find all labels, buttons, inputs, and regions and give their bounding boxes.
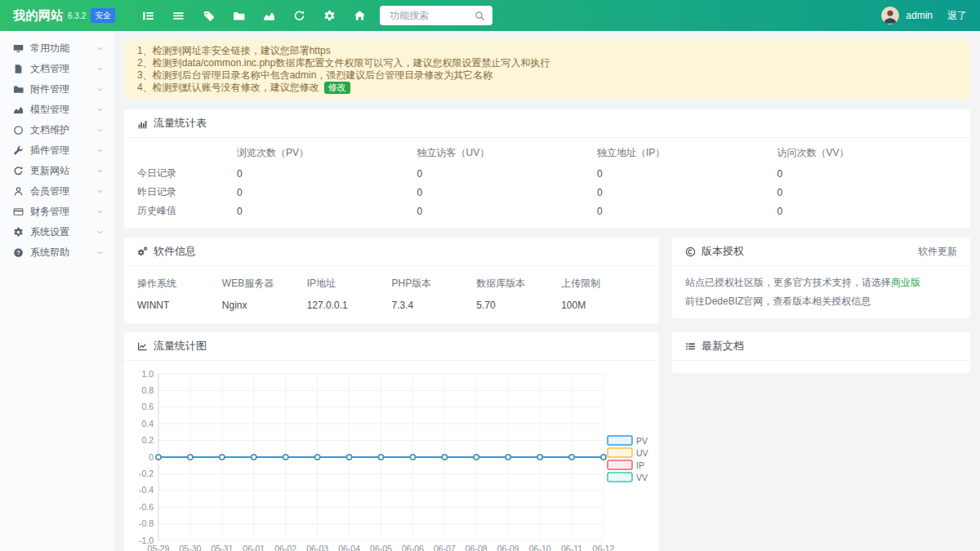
svg-text:PV: PV — [636, 436, 648, 446]
data-point-PV — [283, 455, 288, 460]
admin-dashboard: 我的网站 6.3.2 安全 admin 退了 常用功能文档管理附件管理模型管理文… — [0, 0, 980, 551]
sidebar-item-label: 常用功能 — [30, 42, 96, 56]
logout-link[interactable]: 退了 — [947, 9, 967, 23]
panel-title: 流量统计表 — [154, 116, 207, 131]
refresh-icon[interactable] — [284, 0, 314, 31]
x-tick-label: 06-04 — [338, 544, 360, 551]
y-tick-label: 0.8 — [141, 385, 154, 395]
gear-icon — [13, 227, 24, 238]
data-point-PV — [188, 455, 193, 460]
warning-line: 2、检测到data/common.inc.php数据库配置文件权限可以写入，建议… — [137, 57, 957, 69]
svg-text:IP: IP — [636, 460, 644, 470]
legend-item-UV[interactable]: UV — [608, 448, 648, 458]
sidebar-item-gear[interactable]: 系统设置 — [0, 222, 114, 242]
file-icon — [13, 64, 24, 74]
menu-icon[interactable] — [163, 0, 194, 31]
software-update-link[interactable]: 软件更新 — [918, 245, 957, 259]
username-label[interactable]: admin — [906, 10, 933, 21]
panel-header: 版本授权 软件更新 — [672, 238, 970, 266]
top-icon-menu — [133, 0, 375, 31]
y-tick-label: 1.0 — [141, 369, 154, 379]
software-field: 上传限制100M — [561, 277, 646, 311]
software-info-panel: 软件信息 操作系统WINNTWEB服务器NginxIP地址127.0.0.1PH… — [124, 238, 659, 323]
sidebar-item-card[interactable]: 财务管理 — [0, 202, 114, 222]
chart-icon[interactable] — [254, 0, 284, 31]
chevron-down-icon — [96, 188, 104, 195]
x-tick-label: 06-12 — [593, 544, 615, 551]
sidebar-item-monitor[interactable]: 常用功能 — [0, 38, 114, 59]
y-tick-label: 0.2 — [141, 435, 154, 445]
traffic-table-row: 昨日记录0000 — [137, 183, 957, 202]
field-label: WEB服务器 — [222, 277, 307, 291]
legend-item-PV[interactable]: PV — [608, 436, 648, 446]
search-input[interactable] — [388, 9, 474, 22]
sidebar-item-question[interactable]: 系统帮助 — [0, 242, 114, 263]
line-chart-icon — [137, 341, 148, 352]
traffic-value: 0 — [597, 206, 777, 217]
traffic-value: 0 — [777, 187, 958, 198]
version-label: 6.3.2 — [68, 11, 86, 20]
data-point-PV — [220, 455, 225, 460]
plugin-icon — [13, 145, 24, 156]
field-label: 操作系统 — [137, 277, 222, 291]
data-point-PV — [252, 455, 256, 460]
monitor-icon — [13, 43, 24, 54]
legend-item-IP[interactable]: IP — [608, 460, 644, 470]
circle-icon — [13, 125, 24, 136]
latest-docs-empty-body — [672, 361, 970, 373]
x-tick-label: 06-08 — [466, 544, 488, 551]
sidebar-item-file[interactable]: 文档管理 — [0, 59, 114, 79]
security-badge[interactable]: 安全 — [91, 8, 115, 23]
data-point-PV — [410, 455, 415, 460]
panel-title: 软件信息 — [154, 244, 196, 259]
latest-docs-panel: 最新文档 — [672, 332, 970, 373]
data-point-PV — [569, 455, 574, 460]
site-brand[interactable]: 我的网站 — [13, 8, 64, 24]
data-point-PV — [315, 455, 320, 460]
folder-icon[interactable] — [224, 0, 254, 31]
user-icon — [13, 186, 24, 197]
cogs-icon — [137, 247, 148, 257]
panel-header: 软件信息 — [124, 238, 659, 266]
sidebar-item-label: 模型管理 — [30, 103, 96, 117]
column-header: 访问次数（VV） — [777, 146, 958, 160]
list-icon — [685, 341, 696, 352]
panel-header: 最新文档 — [672, 332, 970, 361]
svg-text:UV: UV — [636, 448, 648, 458]
data-point-PV — [347, 455, 352, 460]
sidebar-item-user[interactable]: 会员管理 — [0, 181, 114, 202]
stream-icon[interactable] — [133, 0, 163, 31]
chevron-down-icon — [96, 167, 104, 175]
x-tick-label: 06-02 — [274, 544, 296, 551]
sidebar-item-chart[interactable]: 模型管理 — [0, 100, 114, 120]
sidebar-item-refresh[interactable]: 更新网站 — [0, 161, 114, 181]
tag-icon[interactable] — [194, 0, 224, 31]
license-line-1: 站点已授权社区版，更多官方技术支持，请选择商业版 — [685, 276, 957, 289]
traffic-value: 0 — [237, 187, 417, 198]
gear-icon[interactable] — [314, 0, 345, 31]
avatar[interactable] — [881, 7, 899, 24]
legend-item-VV[interactable]: VV — [608, 473, 648, 482]
traffic-value: 0 — [237, 168, 417, 180]
search-icon[interactable] — [474, 11, 485, 21]
x-tick-label: 06-05 — [370, 544, 392, 551]
traffic-chart-panel: 流量统计图 05-2905-3005-3106-0106-0206-0306-0… — [124, 332, 659, 551]
license-panel: 版本授权 软件更新 站点已授权社区版，更多官方技术支持，请选择商业版 前往Ded… — [672, 238, 970, 318]
sidebar-item-label: 插件管理 — [30, 144, 96, 158]
sidebar-item-label: 会员管理 — [30, 184, 96, 198]
column-header: 独立地址（IP） — [597, 146, 777, 160]
user-area: admin 退了 — [881, 7, 967, 24]
x-tick-label: 06-03 — [306, 544, 328, 551]
traffic-chart-body: 05-2905-3005-3106-0106-0206-0306-0406-05… — [124, 361, 659, 551]
commercial-edition-link[interactable]: 商业版 — [891, 277, 920, 288]
data-point-PV — [379, 455, 384, 460]
sidebar-item-folder[interactable]: 附件管理 — [0, 79, 114, 100]
warning-line: 4、检测到默认账号没有修改，建议您修改修改 — [137, 82, 957, 94]
software-field: WEB服务器Nginx — [222, 277, 307, 311]
home-icon[interactable] — [345, 0, 375, 31]
sidebar-item-plugin[interactable]: 插件管理 — [0, 140, 114, 161]
sidebar-item-circle[interactable]: 文档维护 — [0, 120, 114, 140]
x-tick-label: 06-07 — [434, 544, 456, 551]
modify-button[interactable]: 修改 — [324, 82, 350, 94]
folder-icon — [13, 84, 24, 95]
